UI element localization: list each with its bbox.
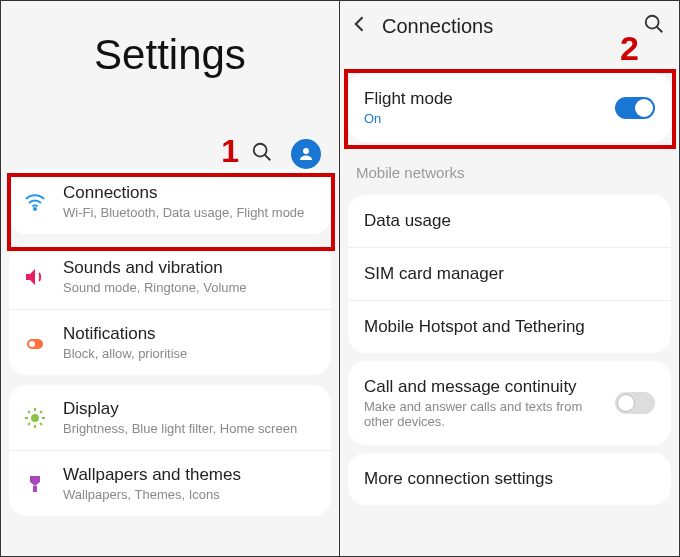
connections-item-data-usage[interactable]: Data usage bbox=[348, 195, 671, 247]
settings-pane: Settings 1 Connections Wi-Fi, Bluetooth,… bbox=[1, 1, 340, 556]
flight-mode-toggle[interactable] bbox=[615, 97, 655, 119]
connections-item-text: Call and message continuity Make and ans… bbox=[364, 377, 605, 429]
settings-item-notifications[interactable]: Notifications Block, allow, prioritise bbox=[9, 309, 331, 375]
settings-item-text: Wallpapers and themes Wallpapers, Themes… bbox=[63, 465, 319, 502]
svg-point-3 bbox=[34, 208, 36, 210]
svg-line-17 bbox=[657, 27, 663, 33]
connections-item-sim-manager[interactable]: SIM card manager bbox=[348, 247, 671, 300]
svg-point-16 bbox=[646, 16, 659, 29]
notification-icon bbox=[21, 329, 49, 357]
search-icon[interactable] bbox=[643, 13, 665, 39]
display-icon bbox=[21, 404, 49, 432]
connections-title: Connections bbox=[382, 15, 631, 38]
settings-item-title: Display bbox=[63, 399, 319, 419]
svg-point-6 bbox=[31, 414, 39, 422]
connections-item-text: Flight mode On bbox=[364, 89, 605, 126]
connections-pane: Connections 2 Flight mode On Mobile netw… bbox=[340, 1, 679, 556]
item-title: SIM card manager bbox=[364, 264, 655, 284]
item-title: More connection settings bbox=[364, 469, 655, 489]
svg-line-1 bbox=[265, 155, 271, 161]
back-icon[interactable] bbox=[350, 14, 370, 38]
wallpaper-icon bbox=[21, 470, 49, 498]
connections-item-flight-mode[interactable]: Flight mode On bbox=[348, 73, 671, 142]
settings-item-title: Notifications bbox=[63, 324, 319, 344]
svg-point-0 bbox=[254, 144, 267, 157]
svg-line-14 bbox=[40, 411, 42, 413]
settings-item-text: Notifications Block, allow, prioritise bbox=[63, 324, 319, 361]
flight-mode-status: On bbox=[364, 111, 605, 126]
item-title: Mobile Hotspot and Tethering bbox=[364, 317, 655, 337]
annotation-step-2: 2 bbox=[620, 29, 639, 68]
settings-item-title: Connections bbox=[63, 183, 319, 203]
wifi-icon bbox=[21, 188, 49, 216]
settings-item-display[interactable]: Display Brightness, Blue light filter, H… bbox=[9, 385, 331, 450]
settings-item-title: Sounds and vibration bbox=[63, 258, 319, 278]
connections-list: Flight mode On Mobile networks Data usag… bbox=[340, 73, 679, 505]
connections-item-hotspot[interactable]: Mobile Hotspot and Tethering bbox=[348, 300, 671, 353]
settings-header: Settings bbox=[1, 1, 339, 139]
section-label-mobile-networks: Mobile networks bbox=[340, 150, 679, 187]
continuity-subtitle: Make and answer calls and texts from oth… bbox=[364, 399, 605, 429]
settings-item-sounds[interactable]: Sounds and vibration Sound mode, Rington… bbox=[9, 244, 331, 309]
page-title: Settings bbox=[21, 31, 319, 79]
sound-icon bbox=[21, 263, 49, 291]
settings-item-wallpapers[interactable]: Wallpapers and themes Wallpapers, Themes… bbox=[9, 450, 331, 516]
svg-line-11 bbox=[28, 411, 30, 413]
search-icon[interactable] bbox=[251, 141, 273, 167]
settings-item-title: Wallpapers and themes bbox=[63, 465, 319, 485]
settings-item-text: Connections Wi-Fi, Bluetooth, Data usage… bbox=[63, 183, 319, 220]
profile-avatar-icon[interactable] bbox=[291, 139, 321, 169]
svg-line-13 bbox=[28, 423, 30, 425]
settings-item-subtitle: Block, allow, prioritise bbox=[63, 346, 319, 361]
header-actions: 1 bbox=[1, 139, 339, 169]
svg-point-2 bbox=[303, 148, 309, 154]
settings-item-subtitle: Wallpapers, Themes, Icons bbox=[63, 487, 319, 502]
connections-item-more-settings[interactable]: More connection settings bbox=[348, 453, 671, 505]
item-title: Data usage bbox=[364, 211, 655, 231]
settings-item-subtitle: Wi-Fi, Bluetooth, Data usage, Flight mod… bbox=[63, 205, 319, 220]
annotation-step-1: 1 bbox=[221, 133, 239, 170]
settings-item-connections[interactable]: Connections Wi-Fi, Bluetooth, Data usage… bbox=[9, 169, 331, 234]
settings-item-subtitle: Sound mode, Ringtone, Volume bbox=[63, 280, 319, 295]
continuity-toggle[interactable] bbox=[615, 392, 655, 414]
settings-item-text: Sounds and vibration Sound mode, Rington… bbox=[63, 258, 319, 295]
flight-mode-title: Flight mode bbox=[364, 89, 605, 109]
svg-rect-15 bbox=[33, 486, 37, 492]
svg-point-5 bbox=[29, 341, 35, 347]
settings-item-subtitle: Brightness, Blue light filter, Home scre… bbox=[63, 421, 319, 436]
settings-list: Connections Wi-Fi, Bluetooth, Data usage… bbox=[1, 169, 339, 516]
settings-item-text: Display Brightness, Blue light filter, H… bbox=[63, 399, 319, 436]
svg-line-12 bbox=[40, 423, 42, 425]
connections-item-continuity[interactable]: Call and message continuity Make and ans… bbox=[348, 361, 671, 445]
continuity-title: Call and message continuity bbox=[364, 377, 605, 397]
